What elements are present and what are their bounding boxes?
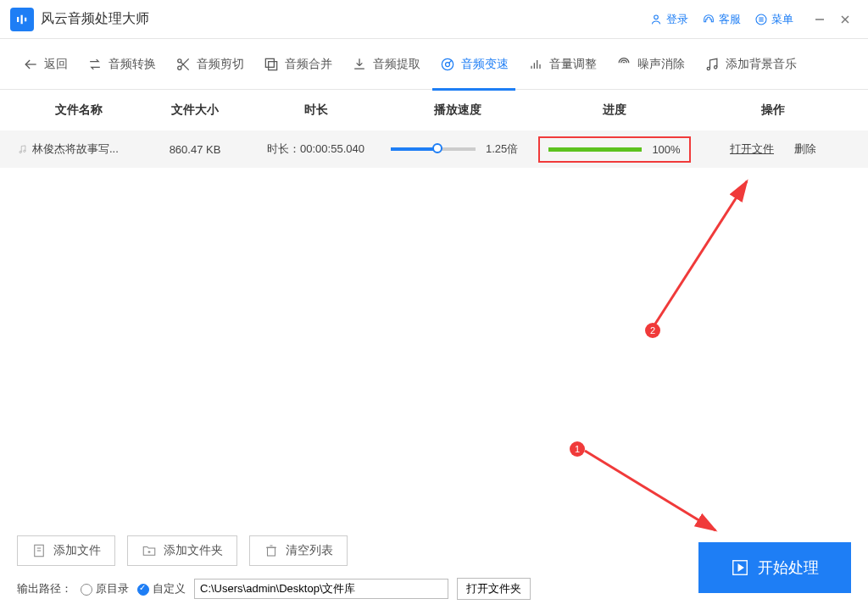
tab-bgm[interactable]: 添加背景音乐: [697, 51, 804, 78]
tab-label: 添加背景音乐: [726, 57, 797, 72]
svg-point-13: [178, 58, 181, 62]
tab-label: 音量调整: [549, 57, 597, 72]
annotation-arrow-1: [580, 330, 766, 551]
svg-rect-1: [21, 14, 23, 24]
output-label: 输出路径：: [17, 581, 72, 596]
add-file-label: 添加文件: [53, 543, 101, 558]
tab-label: 音频变速: [461, 57, 509, 72]
tab-extract[interactable]: 音频提取: [344, 51, 427, 78]
bottom-bar: 添加文件 添加文件夹 清空列表 输出路径： 原目录 自定义 打开文件夹 开始处理: [0, 524, 868, 610]
svg-line-14: [181, 62, 189, 69]
speed-value: 1.25倍: [486, 141, 525, 157]
tab-label: 音频剪切: [197, 57, 244, 72]
add-folder-label: 添加文件夹: [164, 543, 223, 558]
svg-line-20: [449, 60, 452, 63]
support-label: 客服: [719, 12, 741, 27]
svg-rect-16: [265, 58, 274, 67]
table-row: 林俊杰将故事写... 860.47 KB 时长：00:00:55.040 1.2…: [0, 130, 868, 168]
tab-label: 音频提取: [373, 57, 420, 72]
start-process-button[interactable]: 开始处理: [698, 542, 851, 593]
svg-rect-2: [25, 17, 26, 21]
menu-label: 菜单: [771, 12, 793, 27]
tab-label: 音频合并: [285, 57, 332, 72]
radio-original[interactable]: 原目录: [81, 581, 129, 596]
table-header: 文件名称 文件大小 时长 播放速度 进度 操作: [0, 90, 868, 130]
tab-denoise[interactable]: 噪声消除: [609, 51, 692, 78]
support-link[interactable]: 客服: [702, 12, 741, 27]
svg-point-26: [715, 65, 717, 68]
tab-label: 音频转换: [108, 57, 156, 72]
toolbar: 返回 音频转换 音频剪切 音频合并 音频提取 音频变速 音量调整 噪声消除 添加…: [0, 39, 868, 90]
svg-rect-0: [17, 17, 19, 22]
svg-rect-36: [268, 547, 275, 556]
annotation-arrow-2: [566, 176, 770, 346]
radio-custom[interactable]: 自定义: [137, 581, 186, 596]
start-label: 开始处理: [758, 557, 819, 578]
svg-line-15: [181, 58, 189, 66]
app-title: 风云音频处理大师: [41, 10, 149, 28]
add-folder-button[interactable]: 添加文件夹: [127, 535, 237, 566]
cell-progress: 100%: [534, 136, 695, 163]
annotation-badge-1: 1: [570, 441, 585, 457]
clear-list-button[interactable]: 清空列表: [249, 535, 348, 566]
cell-filename: 林俊杰将故事写...: [17, 141, 140, 157]
svg-point-28: [24, 150, 25, 152]
minimize-button[interactable]: [807, 7, 832, 32]
speed-slider[interactable]: [391, 147, 476, 151]
music-file-icon: [17, 143, 29, 155]
svg-rect-17: [269, 61, 277, 69]
clear-list-label: 清空列表: [286, 543, 333, 558]
progress-bar: [548, 147, 642, 152]
tab-cut[interactable]: 音频剪切: [168, 51, 251, 78]
svg-point-3: [654, 15, 659, 19]
tab-volume[interactable]: 音量调整: [520, 51, 604, 78]
titlebar: 风云音频处理大师 登录 客服 菜单: [0, 0, 868, 39]
menu-link[interactable]: 菜单: [754, 12, 793, 27]
open-file-link[interactable]: 打开文件: [730, 141, 774, 157]
cell-action: 打开文件 删除: [695, 141, 851, 157]
delete-link[interactable]: 删除: [794, 141, 816, 157]
col-size: 文件大小: [140, 103, 250, 118]
cell-duration: 时长：00:00:55.040: [250, 141, 381, 157]
svg-point-25: [707, 67, 709, 69]
back-label: 返回: [44, 57, 68, 72]
cell-speed: 1.25倍: [381, 141, 534, 157]
col-duration: 时长: [250, 103, 381, 118]
filename-text: 林俊杰将故事写...: [32, 141, 119, 157]
tab-merge[interactable]: 音频合并: [256, 51, 339, 78]
tab-convert[interactable]: 音频转换: [80, 51, 163, 78]
tab-label: 噪声消除: [637, 57, 685, 72]
login-label: 登录: [666, 12, 688, 27]
svg-point-27: [19, 151, 21, 152]
login-link[interactable]: 登录: [649, 12, 688, 27]
svg-point-12: [178, 66, 181, 69]
svg-line-29: [651, 181, 747, 330]
progress-highlight: 100%: [538, 136, 690, 163]
col-name: 文件名称: [17, 103, 140, 118]
tab-speed[interactable]: 音频变速: [432, 51, 515, 78]
close-button[interactable]: [832, 7, 858, 32]
open-folder-button[interactable]: 打开文件夹: [457, 578, 531, 600]
annotation-badge-2: 2: [645, 323, 660, 338]
add-file-button[interactable]: 添加文件: [17, 535, 115, 566]
back-button[interactable]: 返回: [15, 51, 75, 78]
col-progress: 进度: [534, 103, 695, 118]
app-logo: [10, 8, 34, 31]
progress-text: 100%: [652, 143, 680, 156]
svg-marker-40: [738, 564, 743, 570]
col-action: 操作: [695, 103, 851, 118]
output-path-input[interactable]: [194, 579, 448, 599]
cell-size: 860.47 KB: [140, 143, 250, 156]
svg-line-30: [585, 451, 715, 530]
col-speed: 播放速度: [381, 103, 534, 118]
